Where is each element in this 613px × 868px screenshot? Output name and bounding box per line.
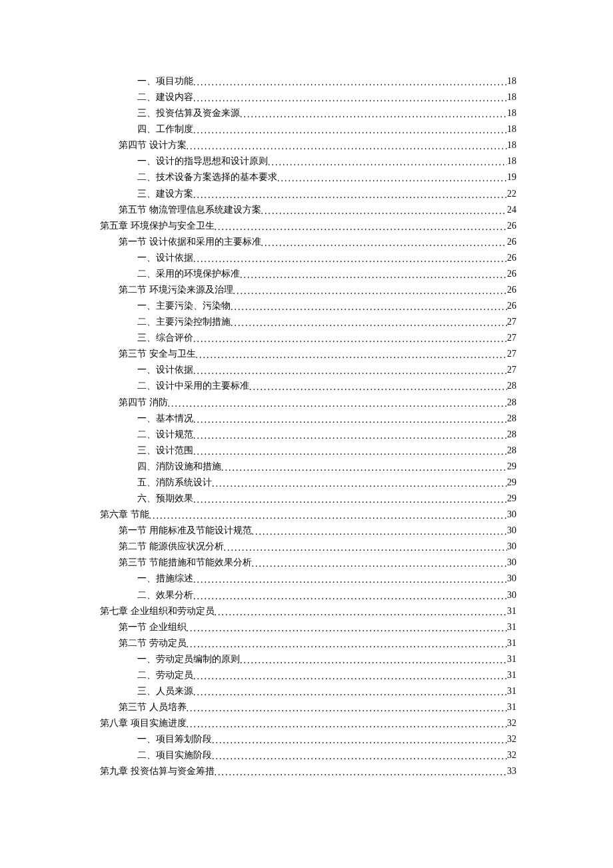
toc-leader-dots bbox=[215, 765, 508, 781]
toc-entry-title: 第七章 企业组织和劳动定员 bbox=[100, 603, 215, 619]
toc-leader-dots bbox=[268, 155, 507, 171]
toc-entry[interactable]: 六、预期效果29 bbox=[100, 491, 516, 507]
toc-leader-dots bbox=[193, 75, 507, 91]
toc-leader-dots bbox=[261, 235, 508, 251]
toc-entry[interactable]: 二、主要污染控制措施27 bbox=[100, 314, 516, 330]
toc-entry-page: 18 bbox=[507, 137, 516, 153]
toc-entry-page: 27 bbox=[507, 330, 516, 346]
toc-entry-title: 第六章 节能 bbox=[100, 507, 149, 523]
toc-entry-title: 三、人员来源 bbox=[137, 683, 193, 699]
toc-entry[interactable]: 五、消防系统设计29 bbox=[100, 475, 516, 491]
toc-entry[interactable]: 三、设计范围28 bbox=[100, 443, 516, 459]
toc-entry[interactable]: 三、建设方案22 bbox=[100, 186, 516, 202]
toc-leader-dots bbox=[240, 267, 507, 283]
toc-entry-page: 28 bbox=[507, 427, 516, 443]
toc-entry[interactable]: 第四节 设计方案18 bbox=[100, 137, 516, 153]
toc-entry-title: 第四节 消防 bbox=[119, 395, 168, 411]
toc-entry-title: 第三节 节能措施和节能效果分析 bbox=[119, 555, 252, 571]
toc-entry-page: 29 bbox=[507, 459, 516, 475]
toc-entry[interactable]: 一、项目筹划阶段32 bbox=[100, 731, 516, 747]
toc-entry[interactable]: 第一节 企业组织31 bbox=[100, 619, 516, 635]
toc-entry-page: 30 bbox=[507, 507, 516, 523]
toc-entry-title: 第五节 物流管理信息系统建设方案 bbox=[119, 202, 261, 218]
toc-leader-dots bbox=[215, 605, 508, 621]
toc-entry-page: 32 bbox=[507, 731, 516, 747]
toc-entry[interactable]: 第五章 环境保护与安全卫生26 bbox=[100, 218, 516, 234]
toc-entry[interactable]: 第七章 企业组织和劳动定员31 bbox=[100, 603, 516, 619]
toc-entry-page: 18 bbox=[507, 73, 516, 89]
toc-leader-dots bbox=[187, 717, 508, 733]
toc-entry[interactable]: 第四节 消防28 bbox=[100, 395, 516, 411]
toc-entry-title: 第二节 劳动定员 bbox=[119, 635, 187, 651]
toc-entry-title: 二、项目实施阶段 bbox=[137, 747, 212, 763]
toc-entry-page: 31 bbox=[507, 667, 516, 683]
toc-entry[interactable]: 一、劳动定员编制的原则31 bbox=[100, 651, 516, 667]
toc-entry[interactable]: 二、项目实施阶段32 bbox=[100, 747, 516, 763]
toc-leader-dots bbox=[212, 733, 507, 749]
toc-leader-dots bbox=[193, 363, 507, 379]
toc-entry[interactable]: 一、设计的指导思想和设计原则18 bbox=[100, 153, 516, 169]
toc-entry[interactable]: 第二节 劳动定员31 bbox=[100, 635, 516, 651]
toc-entry[interactable]: 第二节 环境污染来源及治理26 bbox=[100, 282, 516, 298]
toc-entry[interactable]: 第二节 能源供应状况分析30 bbox=[100, 539, 516, 555]
toc-entry[interactable]: 二、设计规范28 bbox=[100, 427, 516, 443]
toc-entry[interactable]: 第九章 投资估算与资金筹措33 bbox=[100, 763, 516, 779]
toc-entry-page: 30 bbox=[507, 571, 516, 587]
toc-entry[interactable]: 一、设计依据26 bbox=[100, 250, 516, 266]
toc-entry-title: 二、主要污染控制措施 bbox=[137, 314, 231, 330]
toc-leader-dots bbox=[231, 299, 507, 315]
toc-entry[interactable]: 三、综合评价27 bbox=[100, 330, 516, 346]
toc-leader-dots bbox=[193, 123, 507, 139]
toc-leader-dots bbox=[249, 379, 507, 395]
toc-entry-title: 三、投资估算及资金来源 bbox=[137, 105, 240, 121]
toc-entry-title: 第二节 能源供应状况分析 bbox=[119, 539, 224, 555]
toc-entry-title: 二、效果分析 bbox=[137, 587, 193, 603]
toc-entry-page: 26 bbox=[507, 250, 516, 266]
toc-entry-page: 28 bbox=[507, 411, 516, 427]
toc-entry[interactable]: 二、效果分析30 bbox=[100, 587, 516, 603]
toc-entry[interactable]: 第三节 节能措施和节能效果分析30 bbox=[100, 555, 516, 571]
toc-entry[interactable]: 三、投资估算及资金来源18 bbox=[100, 105, 516, 121]
toc-leader-dots bbox=[277, 171, 507, 187]
toc-entry[interactable]: 二、采用的环境保护标准26 bbox=[100, 266, 516, 282]
toc-leader-dots bbox=[224, 540, 508, 556]
toc-leader-dots bbox=[187, 701, 508, 717]
toc-entry[interactable]: 二、建设内容18 bbox=[100, 89, 516, 105]
toc-entry[interactable]: 一、项目功能18 bbox=[100, 73, 516, 89]
toc-leader-dots bbox=[193, 412, 507, 428]
toc-entry[interactable]: 二、技术设备方案选择的基本要求19 bbox=[100, 169, 516, 185]
toc-leader-dots bbox=[187, 621, 508, 637]
toc-entry-title: 一、项目筹划阶段 bbox=[137, 731, 212, 747]
toc-entry-page: 26 bbox=[507, 282, 516, 298]
toc-entry-title: 第一节 用能标准及节能设计规范 bbox=[119, 523, 252, 539]
toc-entry[interactable]: 第八章 项目实施进度32 bbox=[100, 715, 516, 731]
toc-entry[interactable]: 四、工作制度18 bbox=[100, 121, 516, 137]
toc-entry-page: 26 bbox=[507, 234, 516, 250]
toc-entry[interactable]: 一、措施综述30 bbox=[100, 571, 516, 587]
toc-leader-dots bbox=[252, 556, 508, 572]
toc-entry[interactable]: 第六章 节能30 bbox=[100, 507, 516, 523]
toc-leader-dots bbox=[233, 283, 508, 299]
toc-entry-page: 26 bbox=[507, 218, 516, 234]
toc-entry[interactable]: 四、消防设施和措施29 bbox=[100, 459, 516, 475]
toc-entry[interactable]: 第三节 人员培养31 bbox=[100, 699, 516, 715]
toc-entry-title: 一、设计依据 bbox=[137, 362, 193, 378]
toc-entry-page: 28 bbox=[507, 443, 516, 459]
toc-entry[interactable]: 第一节 用能标准及节能设计规范30 bbox=[100, 523, 516, 539]
toc-entry[interactable]: 一、基本情况28 bbox=[100, 411, 516, 427]
toc-entry[interactable]: 三、人员来源31 bbox=[100, 683, 516, 699]
toc-entry-page: 27 bbox=[507, 362, 516, 378]
toc-entry[interactable]: 第一节 设计依据和采用的主要标准26 bbox=[100, 234, 516, 250]
toc-entry[interactable]: 一、主要污染、污染物26 bbox=[100, 298, 516, 314]
toc-entry[interactable]: 二、设计中采用的主要标准28 bbox=[100, 378, 516, 394]
toc-entry[interactable]: 二、劳动定员31 bbox=[100, 667, 516, 683]
toc-entry[interactable]: 第五节 物流管理信息系统建设方案24 bbox=[100, 202, 516, 218]
toc-entry-title: 二、技术设备方案选择的基本要求 bbox=[137, 169, 277, 185]
toc-leader-dots bbox=[193, 572, 507, 588]
toc-entry-page: 29 bbox=[507, 475, 516, 491]
toc-entry-title: 二、设计中采用的主要标准 bbox=[137, 378, 249, 394]
toc-entry[interactable]: 一、设计依据27 bbox=[100, 362, 516, 378]
toc-entry[interactable]: 第三节 安全与卫生27 bbox=[100, 346, 516, 362]
toc-entry-page: 18 bbox=[507, 121, 516, 137]
toc-entry-title: 二、采用的环境保护标准 bbox=[137, 266, 240, 282]
